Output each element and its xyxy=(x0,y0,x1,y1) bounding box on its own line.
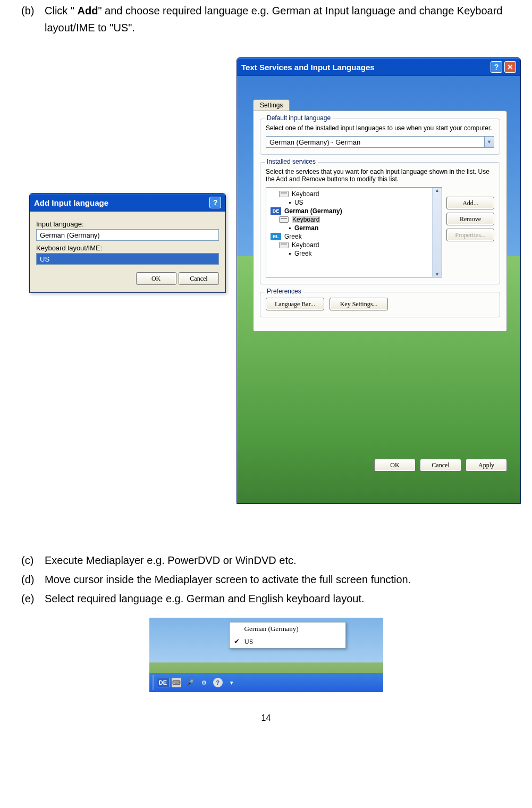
input-language-label: Input language: xyxy=(36,220,219,228)
help-icon[interactable]: ? xyxy=(213,678,223,687)
keyboard-icon xyxy=(279,242,289,248)
help-icon[interactable]: ? xyxy=(491,61,502,73)
chevron-up-icon[interactable]: ▲ xyxy=(435,188,440,193)
help-icon[interactable]: ? xyxy=(209,197,221,208)
instruction-text: Execute Mediaplayer e.g. PowerDVD or Win… xyxy=(45,552,511,569)
instruction-text: Move cursor inside the Mediaplayer scree… xyxy=(45,571,511,588)
tools-icon[interactable]: ⚙ xyxy=(199,678,209,687)
chevron-down-icon[interactable]: ▼ xyxy=(435,272,440,277)
ok-button[interactable]: OK xyxy=(136,272,176,285)
group-description: Select the services that you want for ea… xyxy=(266,168,494,183)
instruction-label: (e) xyxy=(21,590,45,607)
language-bar-button[interactable]: Language Bar... xyxy=(266,298,324,310)
tab-settings[interactable]: Settings xyxy=(253,99,290,111)
add-input-language-dialog: Add Input language ? Input language: Ger… xyxy=(29,193,226,293)
language-indicator[interactable]: DE xyxy=(157,678,170,687)
chevron-down-icon[interactable]: ▼ xyxy=(484,137,494,147)
list-item[interactable]: DEGerman (Germany) xyxy=(267,207,431,215)
instruction-label: (c) xyxy=(21,552,45,569)
ok-button[interactable]: OK xyxy=(374,459,416,472)
keyboard-layout-label: Keyboard layout/IME: xyxy=(36,244,219,252)
keyboard-icon xyxy=(279,216,289,223)
list-item[interactable]: ▪ German xyxy=(267,224,431,232)
group-description: Select one of the installed input langua… xyxy=(266,124,494,132)
keyboard-icon[interactable]: ⌨ xyxy=(172,678,181,687)
instruction-d: (d) Move cursor inside the Mediaplayer s… xyxy=(21,571,511,588)
page-number: 14 xyxy=(21,713,511,723)
settings-panel: Default input language Select one of the… xyxy=(253,111,507,332)
cancel-button[interactable]: Cancel xyxy=(420,459,461,472)
close-icon[interactable]: ✕ xyxy=(504,61,516,73)
list-item[interactable]: Keyboard xyxy=(267,190,431,198)
taskbar: DE ⌨ 🎤 ⚙ ? ▾ xyxy=(149,673,383,692)
keyboard-layout-value: US xyxy=(40,255,49,263)
default-language-combo[interactable]: German (Germany) - German ▼ xyxy=(266,136,494,148)
check-icon: ✔ xyxy=(234,637,240,646)
list-item[interactable]: ▪ US xyxy=(267,198,431,207)
services-listbox[interactable]: Keyboard ▪ US DEGerman (Germany) Keyboar… xyxy=(266,187,442,277)
cancel-button[interactable]: Cancel xyxy=(179,272,219,285)
separator xyxy=(153,675,154,690)
group-legend: Default input language xyxy=(265,114,333,122)
group-legend: Preferences xyxy=(265,288,303,295)
menu-item-us[interactable]: ✔ US xyxy=(230,635,345,648)
instruction-label: (d) xyxy=(21,571,45,588)
input-language-value: German (Germany) xyxy=(40,231,100,239)
properties-button: Properties... xyxy=(446,229,494,241)
language-bar-figure: German (Germany) ✔ US DE ⌨ 🎤 ⚙ ? ▾ xyxy=(149,618,383,692)
add-button[interactable]: Add... xyxy=(446,197,494,209)
instruction-b: (b) Click " Add" and choose required lan… xyxy=(21,2,511,36)
list-item[interactable]: Keyboard xyxy=(267,215,431,224)
scrollbar[interactable]: ▲▼ xyxy=(432,188,442,277)
default-input-language-group: Default input language Select one of the… xyxy=(260,119,500,155)
preferences-group: Preferences Language Bar... Key Settings… xyxy=(260,292,500,317)
language-popup-menu[interactable]: German (Germany) ✔ US xyxy=(229,622,346,649)
lang-badge-de: DE xyxy=(271,207,281,215)
instruction-text: Select required language e.g. German and… xyxy=(45,590,511,607)
instruction-c: (c) Execute Mediaplayer e.g. PowerDVD or… xyxy=(21,552,511,569)
lang-badge-el: EL xyxy=(271,233,281,240)
list-item[interactable]: ELGreek xyxy=(267,232,431,241)
installed-services-group: Installed services Select the services t… xyxy=(260,162,500,284)
instruction-label: (b) xyxy=(21,2,45,36)
default-language-value: German (Germany) - German xyxy=(269,138,360,146)
dialog-titlebar[interactable]: Text Services and Input Languages ? ✕ xyxy=(237,58,520,76)
menu-item-german[interactable]: German (Germany) xyxy=(230,622,345,635)
group-legend: Installed services xyxy=(265,158,318,165)
list-item[interactable]: ▪ Greek xyxy=(267,249,431,258)
instruction-text: Click " Add" and choose required languag… xyxy=(45,2,511,36)
keyboard-icon xyxy=(279,191,289,197)
dialog-title: Text Services and Input Languages xyxy=(241,63,375,72)
options-icon[interactable]: ▾ xyxy=(227,678,237,687)
dialog-titlebar[interactable]: Add Input language ? xyxy=(30,193,225,212)
remove-button[interactable]: Remove xyxy=(446,213,494,225)
input-language-combo[interactable]: German (Germany) xyxy=(36,229,219,241)
list-item[interactable]: Keyboard xyxy=(267,241,431,249)
dialog-title: Add Input language xyxy=(34,198,108,207)
key-settings-button[interactable]: Key Settings... xyxy=(330,298,388,310)
apply-button[interactable]: Apply xyxy=(466,459,507,472)
text-services-dialog: Text Services and Input Languages ? ✕ Se… xyxy=(237,57,521,504)
keyboard-layout-combo[interactable]: US xyxy=(36,253,219,265)
microphone-icon[interactable]: 🎤 xyxy=(185,678,195,687)
instruction-e: (e) Select required language e.g. German… xyxy=(21,590,511,607)
